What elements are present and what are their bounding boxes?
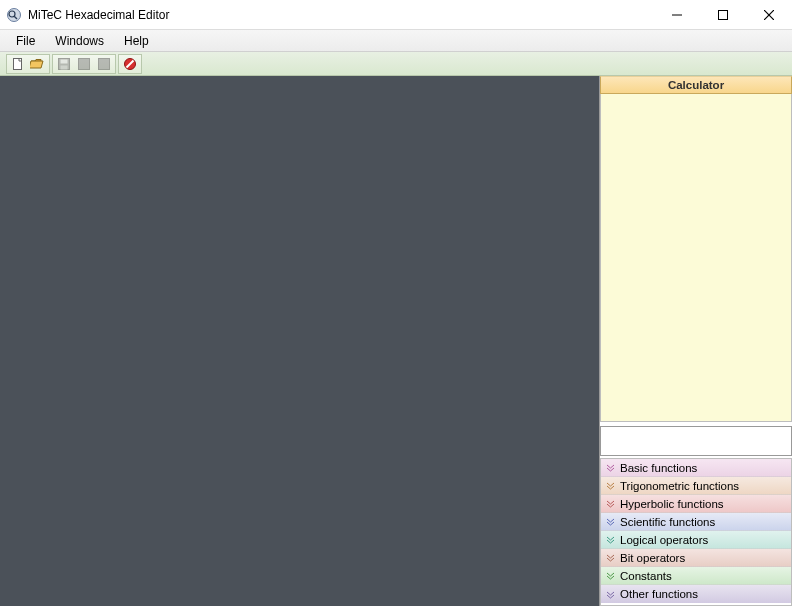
chevron-down-icon: [605, 499, 615, 509]
func-constants[interactable]: Constants: [601, 567, 791, 585]
menubar: File Windows Help: [0, 30, 792, 52]
func-label: Basic functions: [620, 462, 697, 474]
toolbar-group-file: [6, 54, 50, 74]
svg-rect-7: [14, 58, 22, 69]
chevron-down-icon: [605, 517, 615, 527]
calculator-panel: Calculator Basic functions Trigonometric…: [600, 76, 792, 606]
minimize-button[interactable]: [654, 0, 700, 29]
func-other[interactable]: Other functions: [601, 585, 791, 603]
svg-rect-11: [79, 58, 90, 69]
svg-rect-9: [61, 59, 68, 63]
save-button[interactable]: [54, 55, 74, 73]
func-label: Constants: [620, 570, 672, 582]
func-bit[interactable]: Bit operators: [601, 549, 791, 567]
toolbar: [0, 52, 792, 76]
func-label: Bit operators: [620, 552, 685, 564]
tool-button-3[interactable]: [94, 55, 114, 73]
chevron-down-icon: [605, 553, 615, 563]
menu-windows[interactable]: Windows: [45, 30, 114, 51]
func-logical[interactable]: Logical operators: [601, 531, 791, 549]
stop-button[interactable]: [120, 55, 140, 73]
toolbar-group-stop: [118, 54, 142, 74]
window-title: MiTeC Hexadecimal Editor: [28, 8, 654, 22]
func-basic[interactable]: Basic functions: [601, 459, 791, 477]
chevron-down-icon: [605, 571, 615, 581]
workspace: Calculator Basic functions Trigonometric…: [0, 76, 792, 606]
chevron-down-icon: [605, 481, 615, 491]
calculator-input[interactable]: [600, 426, 792, 456]
svg-rect-10: [61, 65, 68, 69]
menu-help[interactable]: Help: [114, 30, 159, 51]
open-file-button[interactable]: [28, 55, 48, 73]
chevron-down-icon: [605, 535, 615, 545]
calculator-header: Calculator: [600, 76, 792, 94]
func-hyperbolic[interactable]: Hyperbolic functions: [601, 495, 791, 513]
func-trig[interactable]: Trigonometric functions: [601, 477, 791, 495]
func-label: Trigonometric functions: [620, 480, 739, 492]
new-file-button[interactable]: [8, 55, 28, 73]
toolbar-group-edit: [52, 54, 116, 74]
func-label: Hyperbolic functions: [620, 498, 724, 510]
func-scientific[interactable]: Scientific functions: [601, 513, 791, 531]
window-controls: [654, 0, 792, 29]
tool-button-2[interactable]: [74, 55, 94, 73]
func-label: Scientific functions: [620, 516, 715, 528]
func-label: Logical operators: [620, 534, 708, 546]
maximize-button[interactable]: [700, 0, 746, 29]
chevron-down-icon: [605, 589, 615, 599]
svg-rect-12: [99, 58, 110, 69]
chevron-down-icon: [605, 463, 615, 473]
calculator-display[interactable]: [600, 94, 792, 422]
close-button[interactable]: [746, 0, 792, 29]
func-label: Other functions: [620, 588, 698, 600]
app-icon: [6, 7, 22, 23]
svg-rect-4: [719, 10, 728, 19]
editor-area[interactable]: [0, 76, 600, 606]
titlebar: MiTeC Hexadecimal Editor: [0, 0, 792, 30]
function-list: Basic functions Trigonometric functions …: [600, 458, 792, 606]
menu-file[interactable]: File: [6, 30, 45, 51]
